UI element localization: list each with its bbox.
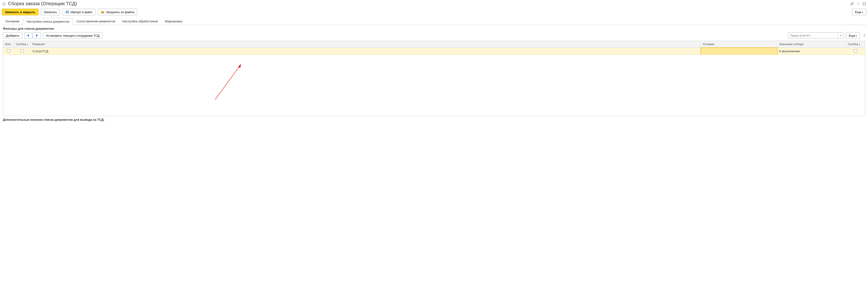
toolbar-more-label: Еще	[855, 10, 863, 14]
tab-doclist-label: Настройка списка документов	[26, 20, 69, 23]
bracket-open-checkbox[interactable]	[21, 49, 24, 52]
bracket-close-checkbox[interactable]	[854, 49, 857, 52]
favorite-star-icon[interactable]	[2, 2, 6, 6]
cell-filter-value[interactable]: К выполнению	[777, 47, 846, 55]
search-box: ×	[788, 33, 844, 39]
cell-bracket-open[interactable]	[14, 47, 30, 55]
save-button[interactable]: Записать	[41, 9, 60, 15]
tabs: Основная Настройка списка документов Соп…	[2, 17, 866, 25]
filter-more-label: Еще	[849, 34, 857, 37]
header-filter-value[interactable]: Значение отбора	[777, 41, 846, 47]
filter-toolbar: Добавить Установить текущего сотрудника …	[0, 31, 868, 40]
tab-main[interactable]: Основная	[2, 17, 23, 25]
save-and-close-label: Записать и закрыть	[5, 10, 35, 14]
tab-handler-settings[interactable]: Настройка обработчиков	[119, 17, 161, 25]
kebab-menu-icon[interactable]	[856, 2, 860, 6]
svg-line-7	[215, 64, 241, 100]
save-and-close-button[interactable]: Записать и закрыть	[2, 9, 38, 15]
page-title: Сборка заказа (Операции ТСД)	[8, 1, 850, 6]
tab-marking-label: Маркировка	[165, 20, 182, 23]
help-icon[interactable]: ?	[863, 34, 865, 38]
set-employee-label: Установить текущего сотрудника ТСД	[46, 34, 99, 37]
svg-point-1	[858, 2, 858, 3]
svg-rect-6	[66, 12, 68, 13]
move-up-button[interactable]	[24, 32, 32, 39]
search-clear-button[interactable]: ×	[838, 33, 844, 38]
tab-marking[interactable]: Маркировка	[161, 17, 186, 25]
table-empty-area	[3, 55, 865, 116]
folder-upload-icon	[101, 10, 104, 14]
toolbar-more-button[interactable]: Еще	[852, 9, 866, 15]
or-checkbox[interactable]	[7, 49, 10, 52]
cell-or[interactable]	[3, 47, 14, 55]
filters-table: Или Скобка ( Реквизит Условие Значение о…	[3, 41, 865, 116]
header-bracket-open[interactable]: Скобка (	[14, 41, 30, 47]
load-from-file-button[interactable]: Загрузить из файла	[98, 9, 137, 15]
svg-point-2	[858, 3, 858, 4]
search-input[interactable]	[788, 33, 838, 38]
filters-section-title: Фильтры для списка документов:	[0, 25, 868, 31]
header-or[interactable]: Или	[3, 41, 14, 47]
title-bar: Сборка заказа (Операции ТСД)	[0, 0, 868, 8]
annotation-arrow	[206, 62, 253, 109]
svg-marker-0	[2, 2, 6, 5]
add-filter-button[interactable]: Добавить	[3, 32, 22, 39]
header-condition[interactable]: Условие	[701, 41, 777, 47]
move-buttons-group	[24, 32, 41, 39]
main-toolbar: Записать и закрыть Записать Импорт в фай…	[0, 8, 868, 16]
arrow-down-icon	[35, 34, 39, 37]
cell-bracket-close[interactable]	[846, 47, 865, 55]
maximize-icon[interactable]	[862, 2, 866, 6]
header-requisite[interactable]: Реквизит	[30, 41, 701, 47]
title-actions	[850, 2, 866, 6]
load-from-file-label: Загрузить из файла	[106, 10, 134, 14]
arrow-up-icon	[26, 34, 30, 37]
svg-rect-5	[66, 11, 68, 12]
filter-more-button[interactable]: Еще	[846, 32, 860, 39]
table-row[interactable]: СтатусТСД К выполнению	[3, 47, 865, 55]
tab-mapping-label: Сопоставление реквизитов	[76, 20, 115, 23]
header-bracket-close[interactable]: Скобка )	[846, 41, 865, 47]
floppy-icon	[65, 10, 69, 14]
additional-columns-title: Дополнительные колонки списка документов…	[0, 116, 868, 122]
svg-rect-4	[863, 2, 866, 5]
table-header-row: Или Скобка ( Реквизит Условие Значение о…	[3, 41, 865, 47]
import-file-label: Импорт в файл	[70, 10, 92, 14]
link-icon[interactable]	[850, 2, 854, 6]
cell-requisite[interactable]: СтатусТСД	[30, 47, 701, 55]
tab-handler-label: Настройка обработчиков	[122, 20, 158, 23]
save-label: Записать	[44, 10, 57, 14]
tab-document-list-settings[interactable]: Настройка списка документов	[23, 18, 73, 25]
move-down-button[interactable]	[33, 32, 41, 39]
svg-marker-8	[238, 64, 241, 68]
import-file-button[interactable]: Импорт в файл	[62, 9, 95, 15]
tab-requisite-mapping[interactable]: Сопоставление реквизитов	[73, 17, 119, 25]
add-filter-label: Добавить	[6, 34, 19, 37]
svg-point-3	[858, 4, 858, 5]
set-current-tsd-employee-button[interactable]: Установить текущего сотрудника ТСД	[43, 32, 102, 39]
cell-condition[interactable]	[701, 47, 777, 55]
tab-main-label: Основная	[5, 20, 19, 23]
